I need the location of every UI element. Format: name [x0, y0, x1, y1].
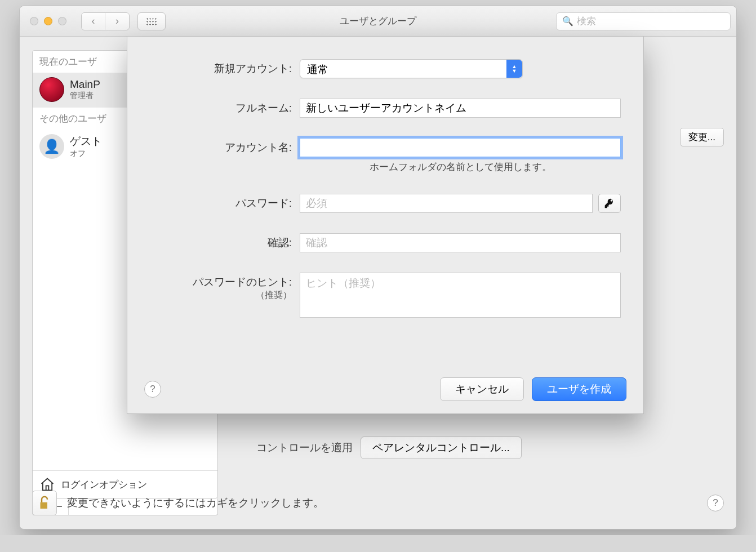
search-field[interactable]: 🔍	[556, 12, 731, 30]
fullname-row: フルネーム:	[146, 99, 624, 118]
hint-sublabel: （推奨）	[146, 290, 292, 301]
fullname-input[interactable]	[300, 99, 621, 118]
account-type-select[interactable]: 通常 ▲▼	[300, 59, 523, 78]
parental-controls-row: コントロールを適用 ペアレンタルコントロール...	[256, 437, 713, 459]
lock-text: 変更できないようにするにはカギをクリックします。	[67, 496, 324, 510]
hint-label: パスワードのヒント: （推奨）	[146, 273, 300, 301]
chevron-updown-icon: ▲▼	[506, 60, 522, 78]
preferences-window: ‹ › ユーザとグループ 🔍 現在のユーザ MainP 管理者 その	[19, 6, 737, 529]
minimize-window-button[interactable]	[44, 17, 52, 25]
back-button[interactable]: ‹	[82, 13, 105, 30]
new-user-form: 新規アカウント: 通常 ▲▼ フルネーム: アカウント名: ホ	[127, 37, 643, 337]
accountname-row: アカウント名: ホームフォルダの名前として使用します。	[146, 138, 624, 173]
accountname-input[interactable]	[300, 138, 621, 157]
lock-button[interactable]	[32, 491, 57, 515]
open-parental-controls-button[interactable]: ペアレンタルコントロール...	[361, 437, 522, 459]
hint-row: パスワードのヒント: （推奨）	[146, 273, 624, 318]
new-user-sheet: 新規アカウント: 通常 ▲▼ フルネーム: アカウント名: ホ	[127, 37, 644, 414]
login-options-label: ログインオプション	[61, 478, 147, 491]
traffic-lights	[30, 17, 66, 25]
nav-segment: ‹ ›	[81, 12, 130, 30]
current-user-role: 管理者	[70, 91, 100, 101]
password-row: パスワード:	[146, 194, 624, 213]
fullname-label: フルネーム:	[146, 99, 300, 115]
password-input[interactable]	[300, 194, 593, 213]
help-button[interactable]: ?	[707, 495, 724, 511]
accountname-hint: ホームフォルダの名前として使用します。	[300, 161, 621, 173]
footer: 変更できないようにするにはカギをクリックします。 ?	[32, 491, 724, 515]
guest-user-name: ゲスト	[70, 134, 102, 149]
forward-button[interactable]: ›	[105, 13, 129, 30]
parental-label: コントロールを適用	[256, 440, 353, 455]
verify-input[interactable]	[300, 233, 621, 252]
titlebar: ‹ › ユーザとグループ 🔍	[20, 6, 736, 37]
search-icon: 🔍	[562, 16, 573, 26]
account-type-value: 通常	[307, 64, 328, 75]
silhouette-icon: 👤	[39, 134, 64, 159]
sheet-footer: ? キャンセル ユーザを作成	[144, 377, 626, 401]
account-type-row: 新規アカウント: 通常 ▲▼	[146, 59, 624, 78]
accountname-label: アカウント名:	[146, 138, 300, 155]
verify-label: 確認:	[146, 233, 300, 250]
close-window-button[interactable]	[30, 17, 38, 25]
hint-input[interactable]	[300, 273, 621, 318]
current-user-name: MainP	[70, 78, 100, 91]
change-password-button[interactable]: 変更...	[680, 128, 724, 146]
cancel-button[interactable]: キャンセル	[440, 377, 524, 401]
hint-label-text: パスワードのヒント:	[193, 276, 292, 288]
grid-icon	[146, 17, 157, 25]
house-icon	[39, 477, 55, 492]
account-type-label: 新規アカウント:	[146, 59, 300, 76]
password-label: パスワード:	[146, 194, 300, 211]
create-user-button[interactable]: ユーザを作成	[532, 377, 626, 401]
verify-row: 確認:	[146, 233, 624, 252]
lock-open-icon	[36, 495, 53, 511]
sheet-help-button[interactable]: ?	[144, 381, 161, 398]
show-all-button[interactable]	[137, 12, 166, 30]
guest-user-status: オフ	[70, 149, 102, 159]
search-input[interactable]	[577, 16, 724, 27]
avatar-icon	[39, 77, 64, 102]
zoom-window-button[interactable]	[58, 17, 66, 25]
password-assistant-button[interactable]	[598, 194, 621, 213]
key-icon	[604, 198, 615, 209]
